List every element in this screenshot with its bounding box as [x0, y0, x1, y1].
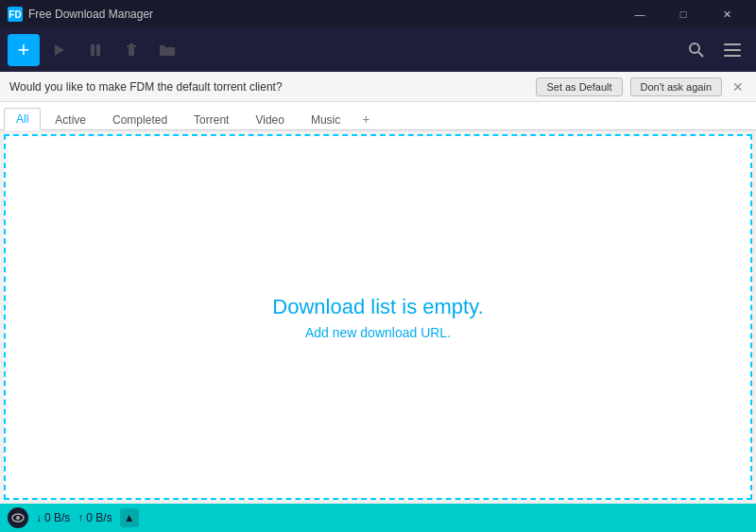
empty-list-subtitle: Add new download URL. — [305, 325, 451, 340]
notification-text: Would you like to make FDM the default t… — [9, 80, 528, 94]
svg-point-6 — [690, 43, 699, 53]
download-arrow-icon: ↓ — [36, 511, 42, 524]
set-default-button[interactable]: Set as Default — [536, 77, 622, 96]
status-bar: ↓ 0 B/s ↑ 0 B/s ▲ — [0, 504, 756, 532]
download-speed: ↓ 0 B/s — [36, 511, 70, 524]
tab-completed[interactable]: Completed — [100, 109, 180, 130]
search-button[interactable] — [680, 34, 713, 66]
empty-list-title: Download list is empty. — [272, 295, 483, 319]
svg-rect-3 — [129, 47, 134, 56]
tab-active[interactable]: Active — [43, 109, 98, 130]
svg-rect-9 — [724, 49, 741, 51]
window-controls: — □ ✕ — [618, 0, 748, 28]
delete-button[interactable] — [115, 34, 147, 66]
svg-marker-0 — [55, 44, 64, 56]
svg-rect-1 — [91, 44, 94, 56]
svg-point-12 — [16, 516, 20, 520]
toolbar: + — [0, 28, 756, 72]
svg-rect-4 — [127, 45, 136, 47]
upload-speed: ↑ 0 B/s — [77, 511, 112, 524]
svg-line-7 — [698, 52, 703, 57]
upload-arrow-icon: ↑ — [77, 511, 83, 524]
folder-button[interactable] — [151, 34, 183, 66]
add-tab-button[interactable]: + — [354, 108, 377, 130]
menu-button[interactable] — [716, 34, 748, 66]
pause-button[interactable] — [79, 34, 112, 66]
title-text: Free Download Manager — [28, 8, 618, 21]
upload-speed-value: 0 B/s — [86, 511, 112, 524]
tab-music[interactable]: Music — [299, 109, 352, 130]
maximize-button[interactable]: □ — [662, 0, 705, 28]
svg-rect-10 — [724, 55, 741, 57]
tabs-bar: All Active Completed Torrent Video Music… — [0, 102, 756, 130]
title-bar: FD Free Download Manager — □ ✕ — [0, 0, 756, 28]
notification-bar: Would you like to make FDM the default t… — [0, 72, 756, 102]
tab-torrent[interactable]: Torrent — [181, 109, 241, 130]
play-button[interactable] — [43, 34, 76, 66]
download-speed-value: 0 B/s — [44, 511, 70, 524]
svg-rect-5 — [129, 43, 133, 45]
tab-video[interactable]: Video — [243, 109, 296, 130]
svg-rect-8 — [724, 43, 741, 45]
eye-icon[interactable] — [8, 507, 28, 528]
tab-all[interactable]: All — [4, 108, 41, 130]
app-icon: FD — [8, 7, 23, 22]
notification-close-button[interactable]: ✕ — [730, 78, 747, 95]
minimize-button[interactable]: — — [618, 0, 662, 28]
dont-ask-button[interactable]: Don't ask again — [630, 77, 722, 96]
expand-button[interactable]: ▲ — [120, 508, 139, 527]
add-button[interactable]: + — [8, 34, 40, 66]
svg-rect-2 — [96, 44, 100, 56]
download-list-area: Download list is empty. Add new download… — [4, 134, 752, 500]
close-button[interactable]: ✕ — [705, 0, 748, 28]
